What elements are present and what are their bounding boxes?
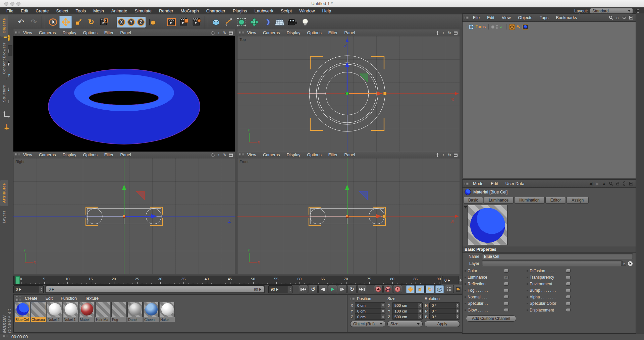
material-item[interactable]: Nukei.1 bbox=[63, 302, 78, 322]
search-icon[interactable] bbox=[608, 15, 614, 20]
panel-grip[interactable] bbox=[3, 335, 7, 339]
vp-menu-panel[interactable]: Panel bbox=[341, 31, 358, 35]
size-mode-dropdown[interactable]: Size bbox=[387, 321, 423, 327]
channel-checkbox[interactable]: ✓ bbox=[504, 295, 508, 299]
track-mode-icon[interactable] bbox=[621, 181, 627, 186]
material-thumbnail[interactable] bbox=[79, 302, 94, 317]
axis-mode-button[interactable] bbox=[1, 109, 12, 120]
layer-picker-icon[interactable] bbox=[628, 261, 633, 266]
material-thumbnail[interactable] bbox=[47, 302, 62, 317]
history-back-icon[interactable]: ◀ bbox=[588, 181, 594, 186]
vp-menu-cameras[interactable]: Cameras bbox=[36, 31, 59, 35]
menu-item[interactable]: Plugins bbox=[229, 8, 251, 13]
play-button[interactable] bbox=[328, 285, 337, 293]
vp-menu-display[interactable]: Display bbox=[60, 153, 79, 157]
move-tool[interactable] bbox=[59, 16, 72, 29]
material-tag-icon[interactable] bbox=[523, 24, 528, 30]
coord-input[interactable]: 0 cm bbox=[355, 314, 385, 320]
vp-menu-cameras[interactable]: Cameras bbox=[260, 153, 283, 157]
timeline-ruler[interactable]: 051015202530354045505560657075808590 bbox=[13, 276, 441, 285]
current-frame-spinner[interactable]: 0 F bbox=[13, 285, 44, 293]
attr-menu-mode[interactable]: Mode bbox=[470, 181, 487, 186]
viewport-zoom-icon[interactable]: ↕ bbox=[216, 153, 221, 157]
om-menu-objects[interactable]: Objects bbox=[515, 15, 536, 20]
add-light-button[interactable] bbox=[299, 16, 311, 29]
viewport-move-icon[interactable] bbox=[210, 31, 215, 35]
viewport-rotate-icon[interactable]: ↻ bbox=[222, 153, 227, 157]
attribute-tab[interactable]: Editor bbox=[545, 197, 566, 204]
material-thumbnail[interactable] bbox=[160, 302, 175, 317]
viewport-perspective[interactable] bbox=[13, 36, 235, 152]
viewport-rotate-icon[interactable]: ↻ bbox=[447, 153, 452, 157]
attribute-tab[interactable]: Illumination bbox=[514, 197, 545, 204]
path-icon[interactable] bbox=[621, 17, 627, 19]
menu-item[interactable]: Create bbox=[32, 8, 52, 13]
mat-menu-texture[interactable]: Texture bbox=[81, 296, 102, 301]
mat-menu-create[interactable]: Create bbox=[21, 296, 41, 301]
axis-lock-button[interactable]: Y bbox=[127, 18, 135, 26]
channel-checkbox[interactable]: ✓ bbox=[504, 282, 508, 286]
add-deformer-button[interactable] bbox=[261, 16, 273, 29]
mat-menu-edit[interactable]: Edit bbox=[42, 296, 57, 301]
timeline-mode-button[interactable] bbox=[453, 285, 463, 293]
material-item[interactable]: Blue Cel bbox=[15, 302, 30, 322]
menu-item[interactable]: Help bbox=[318, 8, 335, 13]
apply-button[interactable]: Apply bbox=[425, 321, 460, 327]
viewport-toggle-icon[interactable] bbox=[228, 153, 233, 157]
vp-menu-view[interactable]: View bbox=[244, 153, 259, 157]
axis-lock-button[interactable]: Z bbox=[137, 18, 145, 26]
layer-input[interactable] bbox=[482, 261, 622, 266]
viewport-toggle-icon[interactable] bbox=[453, 153, 458, 157]
vp-menu-filter[interactable]: Filter bbox=[325, 31, 341, 35]
panel-grip[interactable] bbox=[15, 31, 19, 35]
om-menu-bookmarks[interactable]: Bookmarks bbox=[552, 15, 580, 20]
channel-checkbox[interactable]: ✓ bbox=[504, 276, 508, 279]
material-item[interactable]: Fog bbox=[111, 302, 126, 322]
material-thumbnail[interactable] bbox=[111, 302, 126, 317]
layout-dropdown[interactable]: Standard bbox=[590, 8, 633, 14]
coord-input[interactable]: 0 cm bbox=[355, 302, 385, 308]
frame-range-slider[interactable]: 0 F 90 F bbox=[45, 285, 265, 293]
menu-item[interactable]: Select bbox=[52, 8, 72, 13]
vp-menu-options[interactable]: Options bbox=[304, 153, 325, 157]
render-view-button[interactable] bbox=[165, 16, 177, 29]
history-forward-icon[interactable]: ▶ bbox=[594, 181, 600, 186]
material-item[interactable]: Nukei bbox=[160, 302, 175, 322]
collapse-triangle-icon[interactable] bbox=[464, 206, 467, 209]
workplane-button[interactable] bbox=[1, 121, 12, 132]
channel-checkbox[interactable]: ✓ bbox=[566, 308, 571, 312]
material-item[interactable]: Nukei.2 bbox=[47, 302, 62, 322]
vp-menu-display[interactable]: Display bbox=[60, 31, 79, 35]
om-menu-tags[interactable]: Tags bbox=[536, 15, 552, 20]
coord-input[interactable]: 500 cm bbox=[392, 314, 423, 320]
viewport-zoom-icon[interactable]: ↕ bbox=[216, 31, 221, 35]
vp-menu-cameras[interactable]: Cameras bbox=[260, 31, 283, 35]
viewport-right[interactable]: Right Z Y X bbox=[13, 158, 235, 274]
menu-item[interactable]: Window bbox=[296, 8, 318, 13]
previous-frame-button[interactable] bbox=[318, 285, 327, 293]
material-item[interactable]: Charcoa bbox=[31, 302, 46, 322]
add-panel-icon[interactable]: + bbox=[628, 16, 634, 19]
panel-grip[interactable] bbox=[464, 15, 469, 20]
add-primitive-button[interactable] bbox=[210, 16, 222, 29]
attr-menu-userdata[interactable]: User Data bbox=[502, 181, 528, 186]
goto-start-button[interactable] bbox=[299, 285, 308, 293]
vp-menu-display[interactable]: Display bbox=[284, 31, 304, 35]
coord-input[interactable]: 0 ° bbox=[429, 302, 460, 308]
coord-input[interactable]: 100 cm bbox=[392, 308, 423, 314]
channel-checkbox[interactable]: ✓ bbox=[504, 302, 508, 305]
material-thumbnail[interactable] bbox=[31, 302, 46, 317]
om-menu-edit[interactable]: Edit bbox=[484, 15, 498, 20]
panel-grip[interactable] bbox=[464, 181, 469, 186]
material-item[interactable]: Danel bbox=[127, 302, 143, 322]
enable-check-icon[interactable]: ✓ bbox=[500, 24, 503, 30]
channel-checkbox[interactable]: ✓ bbox=[504, 308, 508, 312]
position-mode-dropdown[interactable]: Object (Rel) bbox=[350, 321, 385, 327]
tab-structure[interactable]: Structure bbox=[0, 80, 8, 107]
end-frame-spinner[interactable]: 90 F bbox=[268, 285, 292, 293]
axis-lock-button[interactable]: X bbox=[118, 18, 125, 26]
viewport-move-icon[interactable] bbox=[435, 153, 440, 157]
home-icon[interactable]: ⌂ bbox=[614, 15, 621, 20]
vp-menu-filter[interactable]: Filter bbox=[101, 153, 117, 157]
tab-content-browser[interactable]: Content Browser bbox=[0, 38, 8, 79]
